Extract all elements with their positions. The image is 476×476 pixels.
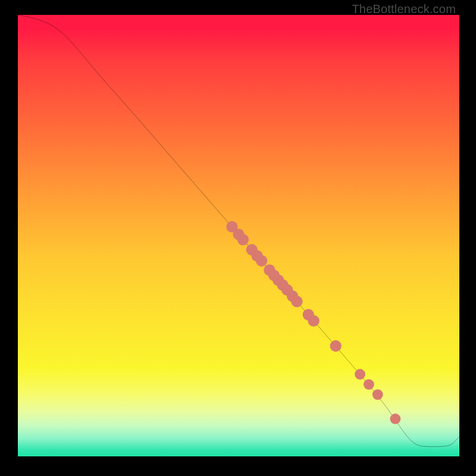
- data-marker: [390, 414, 401, 424]
- data-marker: [256, 255, 267, 267]
- data-marker: [237, 234, 249, 245]
- data-marker: [291, 296, 302, 307]
- data-marker: [330, 340, 342, 352]
- data-marker: [308, 315, 319, 327]
- data-marker: [372, 389, 383, 400]
- data-markers: [226, 221, 400, 424]
- data-marker: [364, 379, 374, 390]
- data-marker: [355, 369, 365, 380]
- plot-area: [18, 15, 459, 456]
- chart-svg: [18, 15, 459, 456]
- watermark-text: TheBottleneck.com: [352, 2, 456, 16]
- chart-frame: TheBottleneck.com: [0, 0, 476, 476]
